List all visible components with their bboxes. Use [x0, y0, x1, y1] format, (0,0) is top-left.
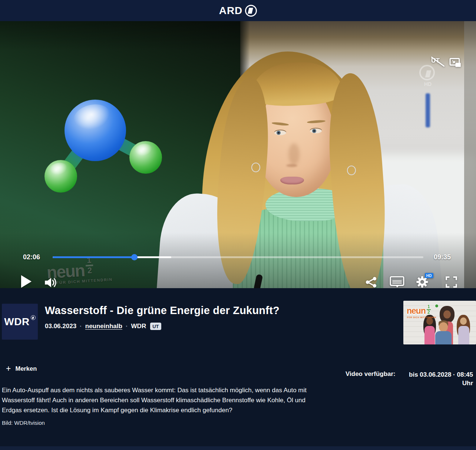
lab-right-edge [464, 21, 476, 288]
wdr-registered-icon [31, 315, 36, 320]
thumb-logo-brand: neun [407, 307, 426, 315]
video-description: Ein Auto-Auspuff aus dem nichts als saub… [2, 385, 315, 415]
play-button[interactable] [21, 275, 32, 288]
share-icon [364, 276, 378, 288]
video-info-section: WDR Wasserstoff - Die grüne Energie der … [0, 288, 476, 450]
thumb-frac-bottom: 2 [427, 310, 430, 315]
person-earring-left [251, 163, 260, 172]
subtitles-button[interactable] [390, 276, 404, 288]
person-earring-right [347, 166, 356, 175]
ard-logo[interactable]: ARD [219, 5, 257, 17]
availability-value: bis 03.06.2028 · 08:45 Uhr [407, 370, 473, 387]
page: ARD [0, 0, 476, 450]
show-link-neuneinhalb[interactable]: neuneinhalb [85, 323, 122, 330]
channel-tile-wdr[interactable]: WDR [2, 304, 38, 340]
ard-one-icon [245, 5, 257, 17]
video-player[interactable]: UT HD neun 1 2 FÜR DICH MITTENDRIN [0, 21, 476, 288]
progress-handle[interactable] [131, 254, 138, 260]
top-header: ARD [0, 0, 476, 21]
molecule-hydrogen-sphere-left [44, 160, 77, 193]
person-nose-tip [286, 164, 297, 167]
thumb-logo-tagline: FÜR DICH MITTENDRIN [407, 316, 436, 319]
availability-suffix: Uhr [407, 379, 473, 387]
person-lips [280, 177, 304, 184]
picture-in-picture-button[interactable] [449, 58, 462, 70]
subtitle-ut-badge: UT [150, 323, 161, 330]
molecule-hydrogen-sphere-right [129, 141, 162, 174]
thumb-person-right [457, 315, 472, 344]
availability-label: Video verfügbar: [346, 370, 396, 378]
footer-strip [0, 446, 476, 450]
lab-blue-object [426, 93, 430, 127]
bookmark-button[interactable]: + Merken [6, 364, 37, 373]
thumb-frac-top: 1 [427, 304, 430, 309]
total-time: 09:35 [434, 253, 451, 261]
channel-tile-label: WDR [4, 316, 29, 328]
thumb-logo-dot-icon [435, 304, 439, 308]
progress-track[interactable] [53, 256, 423, 258]
broadcaster-label: WDR [131, 323, 146, 330]
progress-played [53, 256, 134, 258]
meta-separator: · [126, 323, 128, 330]
fullscreen-button[interactable] [445, 276, 458, 288]
settings-button[interactable]: HD [415, 274, 430, 288]
person-eye-right [310, 129, 322, 133]
picture-in-picture-icon [449, 58, 462, 69]
video-meta: 03.06.2023 · neuneinhalb · WDR UT [45, 323, 161, 330]
thumb-person-man [435, 321, 452, 344]
volume-icon [44, 276, 58, 288]
meta-separator: · [80, 323, 82, 330]
show-thumbnail[interactable]: neun 1 2 FÜR DICH MITTENDRIN [403, 301, 476, 344]
elapsed-time: 02:06 [23, 253, 40, 261]
person-eye-left [274, 130, 286, 135]
person-nose [288, 143, 300, 165]
molecule-oxygen-sphere [65, 100, 126, 161]
subtitles-icon [390, 276, 404, 288]
quality-hd-badge: HD [425, 273, 433, 278]
volume-button[interactable] [44, 276, 58, 288]
ard-logo-text: ARD [219, 5, 243, 17]
subtitles-off-toggle[interactable]: UT [431, 57, 446, 67]
thumb-neuneinhalb-logo: neun 1 2 [407, 307, 431, 315]
image-credit: Bild: WDR/tvision [2, 420, 45, 426]
plus-icon: + [6, 364, 11, 373]
bookmark-label: Merken [15, 365, 37, 372]
broadcast-date: 03.06.2023 [45, 323, 76, 330]
video-title: Wasserstoff - Die grüne Energie der Zuku… [45, 304, 280, 317]
availability-date: bis 03.06.2028 · 08:45 [407, 370, 473, 379]
share-button[interactable] [364, 276, 378, 288]
thumb-logo-fraction: 1 2 [427, 304, 431, 315]
fullscreen-icon [445, 276, 458, 288]
